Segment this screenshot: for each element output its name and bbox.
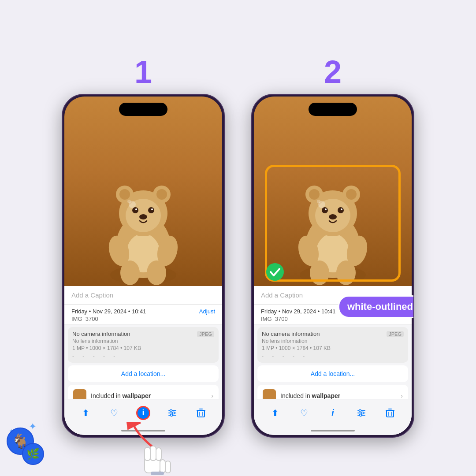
wallpaper-text-1: Included in wallpaper	[91, 392, 151, 399]
caption-field-1[interactable]: Add a Caption	[64, 286, 222, 305]
sparkle-1: ✦	[29, 421, 37, 432]
svg-point-55	[341, 208, 342, 210]
bear-image-2	[284, 145, 381, 286]
camera-title-2: No camera information	[262, 331, 320, 337]
svg-point-17	[139, 214, 147, 219]
specs-1: 1 MP • 1000 × 1784 • 107 KB	[72, 344, 214, 351]
bear-svg-2	[284, 145, 381, 286]
deco-icons-group: ✦ ✦ ✦ 🐐 🌿	[7, 421, 51, 465]
white-outlined-label: white-outlined	[338, 295, 414, 318]
svg-point-5	[120, 260, 140, 285]
svg-point-45	[336, 260, 356, 285]
step-1: 1	[62, 56, 225, 438]
bear-svg-1	[95, 145, 192, 286]
svg-rect-26	[197, 410, 205, 417]
jpeg-badge-1: JPEG	[197, 331, 214, 337]
camera-info-2: No camera information JPEG No lens infor…	[257, 327, 408, 363]
lens-info-2: No lens information	[262, 337, 404, 344]
chevron-1: ›	[211, 392, 213, 399]
phone-right-button	[224, 156, 225, 190]
trash-icon-1[interactable]	[195, 407, 207, 419]
dynamic-island-1	[119, 103, 167, 116]
photo-area-2	[254, 97, 412, 286]
location-btn-1[interactable]: Add a location...	[68, 365, 219, 382]
trash-icon-2[interactable]	[384, 407, 396, 419]
heart-icon-1[interactable]: ♡	[108, 407, 120, 419]
camera-title-1: No camera information	[72, 331, 130, 337]
specs-2: 1 MP • 1000 × 1784 • 107 KB	[262, 344, 404, 351]
svg-rect-33	[160, 460, 165, 473]
chevron-2: ›	[401, 392, 403, 399]
jpeg-badge-2: JPEG	[387, 331, 404, 337]
sliders-icon-2[interactable]	[355, 407, 368, 419]
info-icon-2[interactable]: i	[327, 407, 339, 419]
phone-2-inner: Add a Caption Friday • Nov 29, 2024 • 10…	[254, 97, 412, 435]
share-icon-2[interactable]: ⬆	[269, 407, 282, 419]
svg-point-14	[135, 208, 137, 210]
svg-point-25	[171, 414, 173, 416]
svg-point-59	[266, 263, 284, 281]
phone-1: Add a Caption Friday • Nov 29, 2024 • 10…	[62, 94, 225, 438]
svg-rect-34	[165, 461, 171, 473]
svg-rect-35	[145, 447, 150, 461]
hand-pointer	[141, 444, 172, 476]
svg-point-52	[322, 207, 328, 213]
location-btn-2[interactable]: Add a location...	[257, 365, 408, 382]
meta-date-text-2: Friday • Nov 29, 2024 • 10:41	[261, 308, 336, 315]
svg-point-56	[329, 214, 337, 219]
meta-date-text-1: Friday • Nov 29, 2024 • 10:41	[71, 308, 146, 315]
svg-point-65	[360, 414, 362, 416]
photo-area-1	[64, 97, 222, 286]
phone-2-right-button	[414, 156, 414, 190]
scene: 1	[62, 38, 414, 438]
location-text-2: Add a location...	[311, 370, 355, 377]
dynamic-island-2	[309, 103, 357, 116]
svg-point-15	[148, 207, 154, 213]
home-indicator-2	[311, 430, 355, 431]
meta-filename-1: IMG_3700	[71, 315, 215, 322]
svg-point-19	[127, 200, 131, 203]
arrow-hand-group	[99, 422, 187, 476]
step-2: 2	[251, 56, 414, 438]
bear-image-1	[95, 145, 192, 286]
meta-adjust-1[interactable]: Adjust	[199, 308, 215, 315]
dashes-1: - - - - -	[72, 351, 214, 359]
share-icon-1[interactable]: ⬆	[79, 407, 92, 419]
location-text-1: Add a location...	[121, 370, 165, 377]
wallpaper-text-2: Included in wallpaper	[280, 392, 340, 399]
phone-1-inner: Add a Caption Friday • Nov 29, 2024 • 10…	[64, 97, 222, 435]
svg-rect-36	[150, 446, 156, 461]
svg-point-58	[317, 200, 320, 203]
lens-info-1: No lens information	[72, 337, 214, 344]
check-badge	[265, 262, 285, 284]
info-icon-1[interactable]: i	[136, 406, 150, 420]
svg-point-9	[119, 189, 130, 200]
info-panel-1: Add a Caption Friday • Nov 29, 2024 • 10…	[64, 286, 222, 435]
step-2-number: 2	[324, 56, 342, 88]
camera-row-2: No camera information JPEG	[262, 331, 404, 337]
svg-point-64	[362, 412, 364, 414]
svg-point-44	[310, 260, 329, 285]
meta-date-1: Friday • Nov 29, 2024 • 10:41 Adjust	[71, 308, 215, 315]
dashes-2: - - - - -	[262, 351, 404, 359]
phone-2: Add a Caption Friday • Nov 29, 2024 • 10…	[251, 94, 414, 438]
svg-point-6	[147, 260, 166, 285]
svg-point-16	[151, 208, 153, 210]
svg-point-48	[309, 189, 320, 200]
svg-rect-66	[387, 410, 394, 417]
svg-point-11	[156, 189, 167, 200]
heart-icon-2[interactable]: ♡	[298, 407, 310, 419]
svg-point-13	[132, 207, 138, 213]
meta-row-1: Friday • Nov 29, 2024 • 10:41 Adjust IMG…	[64, 305, 222, 324]
svg-point-23	[170, 409, 172, 412]
camera-info-1: No camera information JPEG No lens infor…	[68, 327, 219, 363]
deco-circle-2: 🌿	[22, 443, 44, 465]
svg-point-63	[359, 409, 361, 412]
svg-rect-38	[151, 472, 164, 475]
sliders-icon-1[interactable]	[166, 407, 178, 419]
svg-point-53	[325, 208, 327, 210]
svg-point-54	[338, 207, 344, 213]
svg-point-50	[346, 189, 357, 200]
camera-row-1: No camera information JPEG	[72, 331, 214, 337]
svg-rect-37	[156, 448, 161, 461]
